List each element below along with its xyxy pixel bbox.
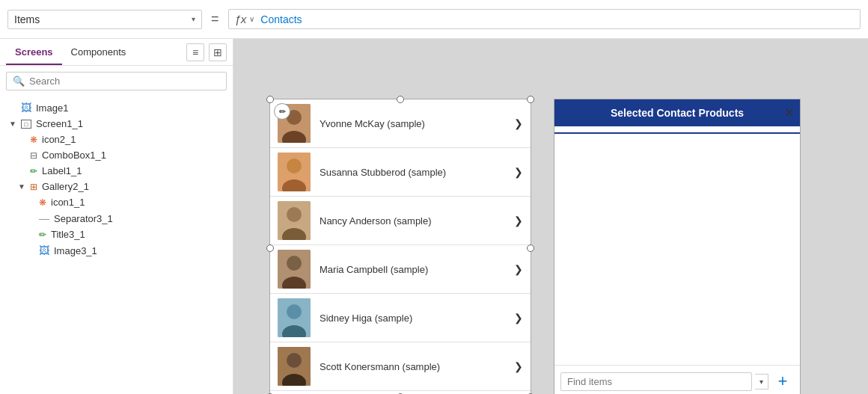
- list-view-button[interactable]: ≡: [186, 43, 204, 61]
- expand-placeholder6: [27, 215, 36, 223]
- formula-fx-icon: ƒx: [235, 13, 247, 25]
- gallery-item-2[interactable]: Nancy Anderson (sample) ❯: [270, 197, 531, 245]
- formula-bar: ƒx ∨ Contacts: [228, 9, 861, 29]
- tree-item-image1[interactable]: 🖼 Image1: [0, 99, 233, 116]
- tree-label-label1-1: Label1_1: [42, 165, 82, 176]
- combobox-icon: ⊟: [30, 150, 37, 161]
- avatar-2: [278, 201, 311, 240]
- title-icon: ✏: [39, 230, 46, 240]
- formula-value: Contacts: [260, 13, 302, 25]
- image3-icon: 🖼: [39, 244, 49, 256]
- expand-placeholder: [9, 104, 18, 112]
- gallery-name-1: Susanna Stubberod (sample): [311, 167, 514, 178]
- search-box: 🔍: [6, 72, 227, 90]
- tree-item-title3-1[interactable]: ✏ Title3_1: [0, 227, 233, 242]
- handle-top-right[interactable]: [527, 96, 534, 103]
- handle-top-left[interactable]: [266, 96, 274, 103]
- tab-icons: ≡ ⊞: [186, 43, 227, 61]
- gallery-icon: ⊞: [30, 182, 37, 192]
- handle-mid-right[interactable]: [527, 244, 534, 252]
- icon1-1-icon: ❋: [39, 197, 46, 208]
- items-dropdown[interactable]: Items ▾: [7, 10, 202, 29]
- icon2-1-icon: ❋: [30, 135, 37, 145]
- svg-point-16: [287, 353, 302, 368]
- svg-point-7: [287, 207, 302, 222]
- svg-point-10: [287, 256, 302, 271]
- equals-sign: =: [211, 11, 219, 27]
- gallery-widget[interactable]: ✏ Yvonne McKay (sample) ❯: [269, 99, 531, 394]
- right-panel-header: Selected Contact Products: [554, 99, 800, 126]
- gallery-chevron-2: ❯: [514, 215, 523, 227]
- tree-label-screen1-1: Screen1_1: [36, 118, 83, 129]
- gallery-name-4: Sidney Higa (sample): [311, 313, 514, 324]
- dropdown-arrow-icon: ▾: [192, 15, 195, 23]
- gallery-item-3[interactable]: Maria Campbell (sample) ❯: [270, 245, 531, 294]
- svg-point-13: [287, 304, 302, 319]
- screen-icon: □: [21, 120, 31, 129]
- tree-label-combobox1-1: ComboBox1_1: [42, 150, 106, 161]
- right-panel-close-button[interactable]: ✕: [784, 105, 794, 120]
- gallery-item-0[interactable]: Yvonne McKay (sample) ❯: [270, 99, 531, 148]
- find-items-input[interactable]: [560, 372, 752, 391]
- gallery-chevron-4: ❯: [514, 312, 523, 324]
- search-icon: 🔍: [13, 76, 25, 87]
- tree-item-screen1-1[interactable]: ▼ □ Screen1_1: [0, 116, 233, 132]
- handle-top-mid[interactable]: [397, 96, 404, 103]
- avatar-3: [278, 250, 311, 289]
- canvas-area: ✏ Yvonne McKay (sample) ❯: [233, 39, 868, 394]
- right-panel-divider: [554, 132, 800, 134]
- svg-point-4: [287, 158, 302, 173]
- gallery-name-0: Yvonne McKay (sample): [311, 118, 514, 129]
- tree-item-icon2-1[interactable]: ❋ icon2_1: [0, 132, 233, 147]
- right-panel-footer: ▾ +: [554, 365, 800, 394]
- label-icon: ✏: [30, 166, 37, 176]
- tree-label-separator3-1: Separator3_1: [54, 213, 113, 224]
- gallery-chevron-1: ❯: [514, 166, 523, 178]
- tree-item-icon1-1[interactable]: ❋ icon1_1: [0, 194, 233, 210]
- handle-mid-left[interactable]: [266, 244, 274, 252]
- tree-item-separator3-1[interactable]: — Separator3_1: [0, 210, 233, 227]
- add-item-button[interactable]: +: [771, 370, 794, 393]
- left-panel: Screens Components ≡ ⊞ 🔍 🖼 Image1 ▼: [0, 39, 233, 394]
- expand-screen1-1-icon: ▼: [9, 120, 18, 128]
- gallery-name-5: Scott Konersmann (sample): [311, 361, 514, 372]
- expand-placeholder8: [27, 247, 36, 255]
- expand-placeholder7: [27, 230, 36, 238]
- tree-label-image1: Image1: [36, 102, 68, 114]
- right-panel-title: Selected Contact Products: [611, 107, 744, 119]
- gallery-chevron-3: ❯: [514, 263, 523, 275]
- tree-item-gallery2-1[interactable]: ▼ ⊞ Gallery2_1: [0, 179, 233, 194]
- avatar-1: [278, 153, 311, 191]
- gallery-item-5[interactable]: Scott Konersmann (sample) ❯: [270, 342, 531, 391]
- expand-gallery2-1-icon: ▼: [18, 182, 27, 191]
- image-icon: 🖼: [21, 102, 31, 114]
- find-items-dropdown[interactable]: ▾: [755, 374, 768, 390]
- tree-item-combobox1-1[interactable]: ⊟ ComboBox1_1: [0, 147, 233, 163]
- grid-view-button[interactable]: ⊞: [209, 43, 227, 61]
- gallery-item-1[interactable]: Susanna Stubberod (sample) ❯: [270, 148, 531, 197]
- expand-placeholder5: [27, 198, 36, 206]
- tree-label-gallery2-1: Gallery2_1: [42, 181, 89, 192]
- main-layout: Screens Components ≡ ⊞ 🔍 🖼 Image1 ▼: [0, 39, 868, 394]
- edit-icon-overlay[interactable]: ✏: [274, 103, 290, 120]
- formula-chevron-icon: ∨: [249, 15, 254, 23]
- right-panel: Selected Contact Products ✕ ▾ +: [554, 99, 801, 394]
- tree-label-title3-1: Title3_1: [51, 229, 85, 240]
- tree-list: 🖼 Image1 ▼ □ Screen1_1 ❋ icon2_1 ⊟ Combo…: [0, 96, 233, 394]
- gallery-item-4[interactable]: Sidney Higa (sample) ❯: [270, 294, 531, 342]
- tree-item-image3-1[interactable]: 🖼 Image3_1: [0, 242, 233, 259]
- top-bar: Items ▾ = ƒx ∨ Contacts: [0, 0, 868, 39]
- search-input[interactable]: [29, 76, 220, 87]
- tab-screens[interactable]: Screens: [6, 39, 62, 65]
- gallery-chevron-5: ❯: [514, 360, 523, 372]
- tab-components[interactable]: Components: [62, 39, 135, 65]
- tree-item-label1-1[interactable]: ✏ Label1_1: [0, 163, 233, 179]
- avatar-5: [278, 347, 311, 386]
- tree-label-icon1-1: icon1_1: [51, 197, 85, 208]
- panel-tabs: Screens Components ≡ ⊞: [0, 39, 233, 66]
- expand-placeholder4: [18, 167, 27, 175]
- tree-label-image3-1: Image3_1: [54, 245, 97, 256]
- gallery-name-2: Nancy Anderson (sample): [311, 215, 514, 227]
- avatar-4: [278, 298, 311, 337]
- gallery-chevron-0: ❯: [514, 117, 523, 129]
